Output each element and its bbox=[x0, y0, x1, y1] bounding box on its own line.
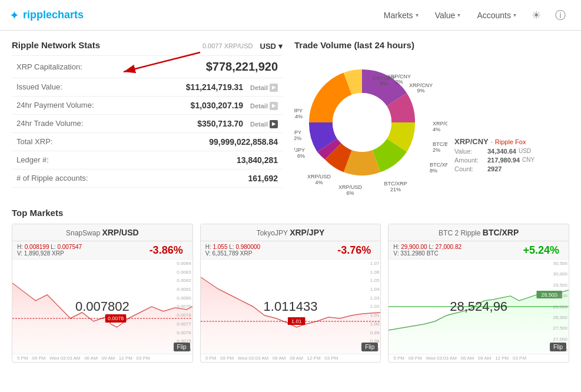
play-icon-active: ▶ bbox=[270, 120, 278, 128]
logo-charts: charts bbox=[52, 9, 84, 21]
markets-section: Top Markets SnapSwap XRP/USD H: 0.008199… bbox=[12, 208, 569, 363]
label-btc-xrp-21: BTC/XRP bbox=[384, 181, 407, 187]
logo-icon: ✦ bbox=[9, 8, 19, 22]
flip-btn-xrp-usd[interactable]: Flip bbox=[174, 343, 190, 351]
market-header-xrp-usd: SnapSwap XRP/USD bbox=[12, 224, 192, 241]
trade-vol-value: $350,713.70 Detail ▶ bbox=[137, 114, 283, 132]
currency-selector[interactable]: USD ▾ bbox=[260, 42, 283, 51]
flip-btn-xrp-jpy[interactable]: Flip bbox=[361, 343, 378, 351]
exchange-btc2ripple: BTC 2 Ripple bbox=[439, 229, 483, 237]
label-xrp-usd-4-pct: 4% bbox=[315, 180, 323, 185]
xrp-cap-label: XRP Capitalization: bbox=[12, 55, 137, 78]
logo-text: ripplecharts bbox=[23, 9, 84, 21]
price-btc-xrp: 28,524,96 bbox=[450, 299, 507, 314]
market-header-btc-xrp: BTC 2 Ripple BTC/XRP bbox=[389, 224, 569, 241]
stats-table: XRP Capitalization: $778,221,920 Issued … bbox=[12, 55, 283, 188]
stats-panel: Ripple Network Stats 0.0077 XRP/USD USD … bbox=[12, 40, 283, 196]
chart-title: Trade Volume (last 24 hours) bbox=[294, 40, 569, 50]
label-xrp-cny-4: XRP/CNY bbox=[433, 121, 447, 127]
pair-xrp-usd: XRP/USD bbox=[102, 228, 138, 237]
legend-amount: 217,980.94 bbox=[487, 157, 520, 164]
sparkline-fill2 bbox=[201, 277, 381, 354]
legend-amount-row: Amount: 217,980.94 CNY bbox=[454, 157, 534, 164]
top-section: Ripple Network Stats 0.0077 XRP/USD USD … bbox=[12, 40, 569, 196]
chart-body-xrp-usd: 0.007802 bbox=[12, 260, 192, 354]
hl-btc-xrp: H: 29,900.00 L: 27,000.82 V: 331.2980 BT… bbox=[393, 244, 462, 257]
label-xrp-jpy-14: XRP/JPY bbox=[294, 108, 303, 114]
payment-detail-btn[interactable]: Detail ▶ bbox=[250, 102, 278, 110]
play-icon: ▶ bbox=[270, 102, 278, 110]
stats-title: Ripple Network Stats bbox=[12, 40, 100, 50]
table-row: 24hr Trade Volume: $350,713.70 Detail ▶ bbox=[12, 114, 283, 132]
market-stats-btc-xrp: H: 29,900.00 L: 27,000.82 V: 331.2980 BT… bbox=[389, 241, 569, 260]
label-btc-xrp-8: BTC/XRP bbox=[430, 162, 447, 168]
label-xrp-cny-9-pct: 9% bbox=[417, 88, 424, 94]
trade-detail-btn[interactable]: Detail ▶ bbox=[250, 120, 278, 128]
legend-exchange: Ripple Fox bbox=[495, 138, 526, 145]
ledger-label: Ledger #: bbox=[12, 151, 137, 169]
label-btc-xrp-21-pct: 21% bbox=[390, 187, 401, 192]
main-content: Ripple Network Stats 0.0077 XRP/USD USD … bbox=[0, 31, 581, 372]
markets-caret-icon: ▾ bbox=[416, 12, 419, 18]
y-axis-xrp-usd: 0.00840.00830.00820.00810.00800.00790.00… bbox=[177, 260, 191, 354]
market-card-btc-xrp: BTC 2 Ripple BTC/XRP H: 29,900.00 L: 27,… bbox=[388, 224, 569, 363]
label-xrp-jpy-2-pct: 2% bbox=[294, 135, 301, 141]
label-btc-btc: BTC/BTC bbox=[433, 141, 447, 147]
market-header-xrp-jpy: TokyoJPY XRP/JPY bbox=[201, 224, 381, 241]
exchange-snapswap: SnapSwap bbox=[66, 229, 102, 237]
label-xrp-cny-4-pct: 4% bbox=[433, 127, 440, 132]
navbar: ✦ ripplecharts Markets ▾ Value ▾ Account… bbox=[0, 0, 581, 31]
nav-accounts[interactable]: Accounts ▾ bbox=[470, 7, 523, 24]
market-stats-xrp-jpy: H: 1.055 L: 0.980000 V: 6,351,789 XRP -3… bbox=[201, 241, 381, 260]
value-caret-icon: ▾ bbox=[457, 12, 460, 18]
accounts-label: # of Ripple accounts: bbox=[12, 169, 137, 187]
label-xrp-jpy-6: XRP/JPY bbox=[294, 147, 305, 153]
table-row: # of Ripple accounts: 161,692 bbox=[12, 169, 283, 187]
info-icon[interactable]: ⓘ bbox=[549, 5, 572, 26]
issued-value-value: $11,214,719.31 Detail ▶ bbox=[137, 78, 283, 96]
chart-panel: Trade Volume (last 24 hours) bbox=[294, 40, 569, 196]
chart-body-xrp-jpy: 1.011433 1.01 bbox=[201, 260, 381, 354]
change-xrp-jpy: -3.76% bbox=[333, 244, 376, 257]
pair-xrp-jpy: XRP/JPY bbox=[290, 228, 324, 237]
nav-markets[interactable]: Markets ▾ bbox=[377, 7, 426, 24]
label-xrp-cny-2-pct: 2% bbox=[395, 79, 403, 85]
label-btc-xrp-8-pct: 8% bbox=[430, 168, 437, 174]
arrow-container: XRP Capitalization: $778,221,920 Issued … bbox=[12, 55, 283, 188]
exchange-tokyo: TokyoJPY bbox=[257, 229, 290, 237]
market-card-xrp-usd: SnapSwap XRP/USD H: 0.008199 L: 0.007547… bbox=[12, 224, 193, 363]
xaxis-xrp-jpy: 5 PM 09 PM Wed 03:03 AM 06 AM 09 AM 12 P… bbox=[201, 354, 381, 362]
hl-xrp-usd: H: 0.008199 L: 0.007547 V: 1,890,928 XRP bbox=[17, 244, 82, 257]
table-row: XRP Capitalization: $778,221,920 bbox=[12, 55, 283, 78]
markets-title: Top Markets bbox=[12, 208, 569, 218]
legend-value-unit: USD bbox=[519, 148, 531, 155]
nav-links: Markets ▾ Value ▾ Accounts ▾ ☀ ⓘ bbox=[377, 5, 572, 26]
donut-hole bbox=[333, 93, 391, 152]
chart-area: CNY/JPY 5% XRP/CNY 2% XRP/CNY 9% XRP/CNY… bbox=[294, 55, 569, 196]
stats-header: Ripple Network Stats 0.0077 XRP/USD USD … bbox=[12, 40, 283, 51]
chart-legend: XRP/CNY · Ripple Fox Value: 34,340.64 US… bbox=[454, 137, 534, 172]
logo-ripple: ripple bbox=[23, 9, 52, 21]
table-row: 24hr Payment Volume: $1,030,207.19 Detai… bbox=[12, 96, 283, 114]
y-axis-xrp-jpy: 1.071.061.051.041.031.021.011.000.990.98… bbox=[370, 260, 380, 354]
table-row: Total XRP: 99,999,022,858.84 bbox=[12, 132, 283, 151]
market-card-xrp-jpy: TokyoJPY XRP/JPY H: 1.055 L: 0.980000 V:… bbox=[200, 224, 381, 363]
trade-vol-label: 24hr Trade Volume: bbox=[12, 114, 137, 132]
brightness-icon[interactable]: ☀ bbox=[526, 5, 547, 25]
legend-value: 34,340.64 bbox=[487, 148, 516, 155]
label-xrp-usd-6: XRP/USD bbox=[338, 184, 363, 190]
pair-btc-xrp: BTC/XRP bbox=[483, 228, 519, 237]
ledger-value: 13,840,281 bbox=[137, 151, 283, 169]
issued-detail-btn[interactable]: Detail ▶ bbox=[250, 84, 278, 92]
label-btc-btc-pct: 2% bbox=[433, 147, 440, 153]
flip-btn-btc-xrp[interactable]: Flip bbox=[550, 343, 566, 351]
donut-svg: CNY/JPY 5% XRP/CNY 2% XRP/CNY 9% XRP/CNY… bbox=[294, 55, 447, 196]
label-xrp-usd-6-pct: 6% bbox=[346, 190, 354, 196]
label-xrp-jpy-2: XRP/JPY bbox=[294, 129, 301, 135]
hl-xrp-jpy: H: 1.055 L: 0.980000 V: 6,351,789 XRP bbox=[205, 244, 260, 257]
nav-value[interactable]: Value ▾ bbox=[428, 7, 468, 24]
markets-grid: SnapSwap XRP/USD H: 0.008199 L: 0.007547… bbox=[12, 224, 569, 363]
change-btc-xrp: +5.24% bbox=[518, 244, 564, 257]
label-xrp-jpy-14-pct: 14% bbox=[294, 114, 303, 119]
price-xrp-jpy: 1.011433 bbox=[264, 299, 318, 314]
